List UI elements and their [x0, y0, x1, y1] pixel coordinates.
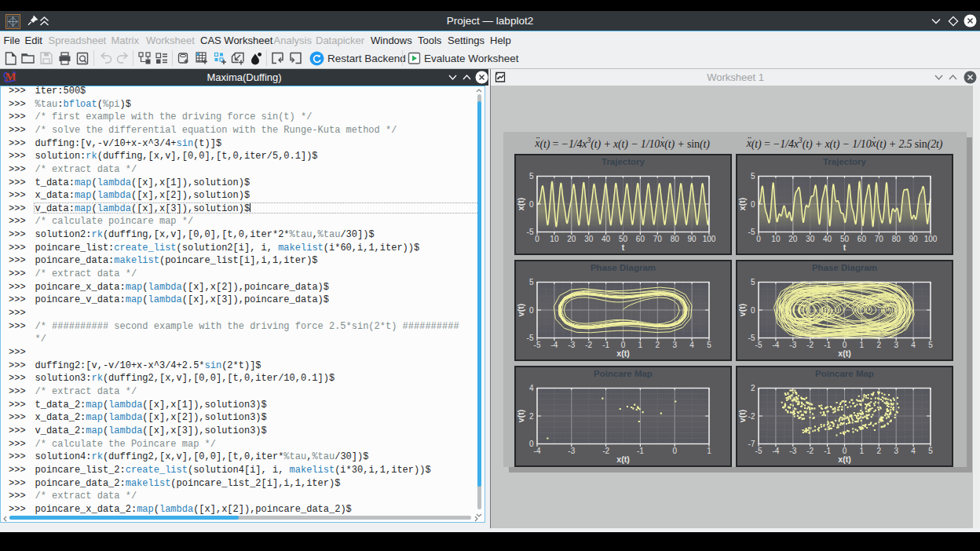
svg-text:3: 3 — [894, 341, 898, 349]
svg-text:80: 80 — [892, 235, 901, 243]
svg-text:-1: -1 — [824, 341, 831, 349]
svg-text:4: 4 — [689, 341, 694, 349]
svg-text:-3: -3 — [568, 341, 575, 349]
svg-text:40: 40 — [602, 235, 611, 243]
svg-text:5: 5 — [751, 172, 755, 181]
svg-text:20: 20 — [567, 235, 576, 243]
svg-text:80: 80 — [671, 235, 680, 243]
svg-text:0: 0 — [535, 235, 539, 243]
svg-text:-3: -3 — [789, 447, 796, 455]
svg-text:90: 90 — [909, 235, 919, 243]
svg-text:-2: -2 — [806, 447, 814, 455]
svg-text:x(t): x(t) — [838, 348, 850, 358]
svg-text:4: 4 — [911, 447, 916, 455]
svg-text:-1: -1 — [637, 447, 644, 455]
svg-text:-5: -5 — [748, 334, 755, 342]
svg-text:-5: -5 — [527, 334, 534, 342]
svg-text:-4: -4 — [550, 341, 558, 349]
svg-text:3: 3 — [894, 447, 898, 455]
svg-text:-2: -2 — [585, 341, 592, 349]
svg-text:t: t — [843, 243, 847, 252]
svg-text:4: 4 — [911, 341, 916, 349]
svg-text:0: 0 — [529, 305, 534, 314]
svg-text:1: 1 — [860, 341, 865, 349]
svg-text:60: 60 — [636, 235, 645, 243]
svg-text:-7: -7 — [748, 440, 755, 448]
svg-text:10: 10 — [550, 235, 559, 243]
svg-text:x(t): x(t) — [616, 348, 629, 358]
svg-text:2: 2 — [529, 411, 534, 420]
svg-text:5: 5 — [707, 341, 711, 349]
svg-text:-5: -5 — [755, 447, 762, 455]
svg-text:70: 70 — [875, 235, 884, 243]
svg-text:Poincare Map: Poincare Map — [594, 369, 653, 378]
svg-text:-5: -5 — [534, 341, 541, 349]
svg-text:30: 30 — [584, 235, 594, 243]
svg-text:0: 0 — [756, 235, 761, 243]
svg-text:-4: -4 — [534, 447, 541, 455]
svg-text:0: 0 — [672, 447, 677, 455]
svg-text:1: 1 — [707, 447, 711, 455]
svg-text:1: 1 — [638, 341, 643, 349]
svg-text:x(t): x(t) — [516, 197, 525, 210]
svg-text:70: 70 — [653, 235, 663, 243]
svg-text:Poincare Map: Poincare Map — [815, 369, 874, 378]
svg-text:-2: -2 — [748, 411, 755, 420]
svg-text:x(t): x(t) — [616, 454, 629, 464]
svg-text:-3: -3 — [568, 447, 575, 455]
svg-text:v(t): v(t) — [737, 409, 747, 421]
svg-text:-1: -1 — [824, 447, 831, 455]
svg-text:5: 5 — [529, 278, 534, 286]
svg-text:20: 20 — [788, 235, 798, 243]
svg-text:v(t): v(t) — [737, 303, 747, 316]
svg-text:100: 100 — [703, 235, 716, 243]
svg-text:100: 100 — [924, 235, 938, 243]
svg-text:Trajectory: Trajectory — [823, 157, 867, 166]
svg-text:x(t): x(t) — [737, 197, 747, 210]
svg-text:-2: -2 — [602, 447, 609, 455]
svg-text:90: 90 — [688, 235, 697, 243]
svg-text:-5: -5 — [755, 341, 762, 349]
svg-text:60: 60 — [858, 235, 867, 243]
svg-text:-5: -5 — [527, 228, 534, 236]
svg-text:1: 1 — [860, 447, 865, 455]
svg-text:5: 5 — [928, 447, 933, 455]
svg-text:-3: -3 — [789, 341, 796, 349]
svg-text:2: 2 — [656, 341, 660, 349]
svg-text:x(t): x(t) — [838, 454, 850, 464]
svg-text:-4: -4 — [772, 341, 779, 349]
svg-text:-5: -5 — [748, 228, 755, 236]
svg-text:-1: -1 — [602, 341, 609, 349]
svg-text:t: t — [622, 243, 625, 252]
svg-text:-4: -4 — [772, 447, 779, 455]
svg-text:v(t): v(t) — [516, 409, 525, 421]
svg-text:Phase Diagram: Phase Diagram — [812, 263, 877, 272]
svg-text:4: 4 — [529, 384, 534, 392]
svg-text:2: 2 — [751, 384, 755, 392]
svg-text:10: 10 — [771, 235, 781, 243]
svg-text:3: 3 — [672, 341, 677, 349]
svg-text:0: 0 — [529, 199, 534, 208]
svg-text:Trajectory: Trajectory — [602, 157, 645, 166]
svg-text:-2: -2 — [806, 341, 814, 349]
svg-text:5: 5 — [529, 172, 534, 181]
svg-text:30: 30 — [806, 235, 815, 243]
svg-text:0: 0 — [751, 305, 755, 314]
svg-text:40: 40 — [823, 235, 832, 243]
svg-text:v(t): v(t) — [516, 303, 525, 316]
svg-text:5: 5 — [928, 341, 933, 349]
svg-text:0: 0 — [751, 199, 755, 208]
svg-text:2: 2 — [877, 447, 882, 455]
svg-text:2: 2 — [877, 341, 882, 349]
svg-text:Phase Diagram: Phase Diagram — [591, 263, 656, 272]
svg-text:5: 5 — [751, 278, 755, 286]
